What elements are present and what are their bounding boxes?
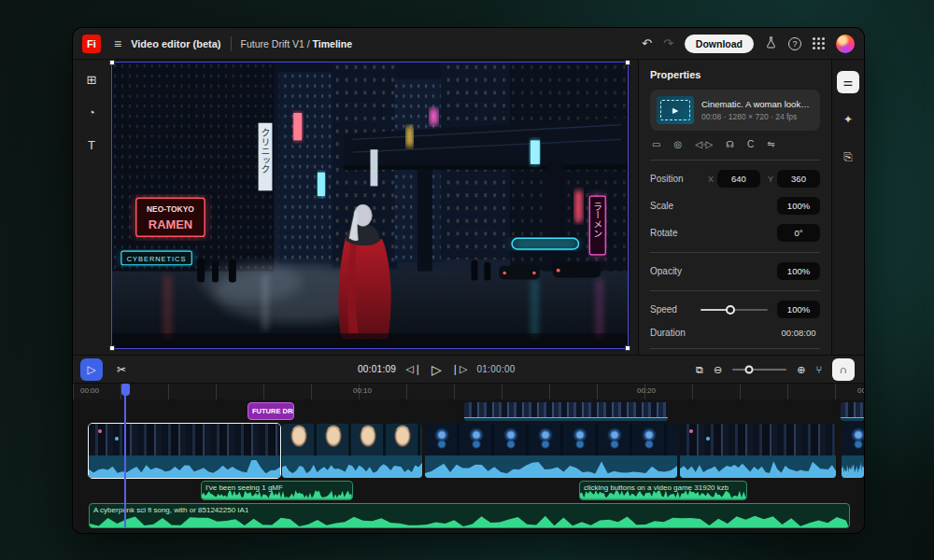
speed-field[interactable]: 100%	[777, 301, 820, 318]
text-tool-icon[interactable]: T	[88, 138, 95, 152]
title-clip[interactable]: FUTURE DRI	[248, 402, 294, 420]
play-icon: ▶	[672, 106, 678, 115]
current-time: 00:01:09	[358, 364, 396, 374]
properties-tab-icon[interactable]: ⚌	[837, 71, 859, 93]
firefly-round-logo[interactable]	[836, 35, 855, 53]
video-clip-4[interactable]	[680, 424, 836, 478]
crop-icon[interactable]: ▭	[652, 139, 660, 149]
overlay-video-clip[interactable]	[464, 402, 668, 421]
redo-icon[interactable]: ↷	[663, 37, 673, 49]
audio-track-1: I've been seeing 1 gMF clicking buttons …	[73, 481, 864, 500]
menu-icon[interactable]: ≡	[114, 36, 121, 51]
clip-name: Cinematic. A woman looks a... v.ffgenvid	[701, 99, 814, 109]
music-clip[interactable]: A cyberpunk sci fi song, with or 8512422…	[89, 503, 850, 528]
undo-icon[interactable]: ↶	[642, 37, 652, 49]
ruler-label: 00:30	[857, 386, 864, 395]
app-title: Video editor (beta)	[131, 38, 220, 49]
video-clip-1-selected[interactable]	[89, 424, 280, 478]
ruler-label: 00:10	[353, 386, 372, 395]
properties-title: Properties	[650, 69, 820, 80]
y-axis-label: Y	[768, 175, 773, 184]
duration-row: Duration 00:08:00	[650, 328, 820, 338]
play-button[interactable]: ▷	[432, 362, 442, 377]
neon-sign-cybernetics: CYBERNETICS	[121, 251, 191, 265]
overlay-track: FUTURE DRI	[73, 401, 864, 422]
speed-slider[interactable]	[700, 309, 768, 311]
add-media-icon[interactable]: ⊞	[87, 73, 97, 87]
playhead-handle[interactable]	[121, 384, 130, 396]
zoom-out-icon[interactable]: ⊖	[714, 364, 722, 376]
breadcrumb[interactable]: Future Drift V1 / Timeline	[241, 38, 352, 49]
rotate-field[interactable]: 0°	[777, 224, 820, 242]
video-clip-3[interactable]	[425, 424, 677, 478]
loop-icon[interactable]: ◎	[673, 139, 682, 149]
video-clip-2[interactable]	[282, 424, 422, 478]
position-y-field[interactable]: 360	[777, 170, 820, 188]
timeline-zoom-thumb[interactable]	[744, 366, 753, 374]
selection-handle-bottom-right[interactable]	[625, 345, 630, 351]
audio-detach-icon[interactable]: ◁◦▷	[695, 139, 713, 149]
opacity-field[interactable]: 100%	[777, 262, 820, 280]
cut-tool-icon[interactable]: ✂	[110, 358, 133, 381]
scale-label: Scale	[650, 201, 673, 211]
rotate-label: Rotate	[650, 228, 677, 238]
history-icon[interactable]: ◔	[88, 105, 95, 119]
snap-magnet-button[interactable]: ∩	[832, 358, 855, 381]
properties-panel: Properties ▶ Cinematic. A woman looks a.…	[638, 60, 831, 355]
left-toolbar: ⊞ ◔ T	[73, 60, 110, 355]
timeline-ruler[interactable]: 00:00 00:10 00:20 00:30	[73, 384, 864, 399]
sign-cybernetics-text: CYBERNETICS	[127, 255, 187, 263]
audio-clip-voice[interactable]: I've been seeing 1 gMF	[201, 481, 353, 500]
app-window: Fi ≡ Video editor (beta) Future Drift V1…	[73, 28, 864, 533]
position-x-field[interactable]: 640	[717, 170, 760, 188]
fit-timeline-icon[interactable]: ⧉	[696, 364, 703, 376]
scale-row: Scale 100%	[650, 197, 820, 215]
previous-frame-icon[interactable]: ◁❘	[405, 363, 422, 375]
help-icon[interactable]: ?	[788, 37, 801, 50]
video-canvas[interactable]: クリニック NEO-TOKYO RAMEN CYBERNETICS	[111, 62, 629, 349]
download-button[interactable]: Download	[685, 35, 754, 53]
timeline-zoom-slider[interactable]	[732, 369, 786, 371]
experiments-flask-icon[interactable]	[765, 36, 777, 50]
playhead[interactable]	[124, 384, 126, 528]
top-bar: Fi ≡ Video editor (beta) Future Drift V1…	[73, 28, 864, 60]
timeline-area[interactable]: 00:00 00:10 00:20 00:30 FUTURE DRI	[73, 384, 864, 533]
export-panel-icon[interactable]: ⎘	[837, 146, 859, 168]
x-axis-label: X	[708, 175, 714, 184]
video-clip-5-partial[interactable]	[842, 424, 864, 478]
selection-handle-bottom-left[interactable]	[109, 345, 115, 351]
select-tool-button[interactable]: ▷	[80, 358, 103, 381]
neon-sign-vertical-right: ラーメン	[589, 196, 605, 255]
duration-value: 00:08:00	[777, 328, 820, 338]
total-time: 01:00:00	[476, 364, 515, 374]
selected-clip-card[interactable]: ▶ Cinematic. A woman looks a... v.ffgenv…	[650, 90, 820, 131]
video-scene: クリニック NEO-TOKYO RAMEN CYBERNETICS	[112, 63, 628, 348]
next-frame-icon[interactable]: ❘▷	[451, 363, 468, 375]
breadcrumb-separator: /	[307, 38, 310, 49]
speed-slider-thumb[interactable]	[726, 305, 735, 315]
overlay-video-clip-partial[interactable]	[841, 402, 864, 421]
scale-field[interactable]: 100%	[777, 197, 820, 215]
zoom-in-icon[interactable]: ⊕	[797, 364, 805, 376]
selection-handle-top-right[interactable]	[625, 60, 630, 65]
flip-icon[interactable]: ⇋	[767, 139, 774, 149]
audio-clip-sfx[interactable]: clicking buttons on a video game 31920 k…	[579, 481, 747, 500]
preview-area: クリニック NEO-TOKYO RAMEN CYBERNETICS	[110, 60, 630, 351]
right-toolbar: ⚌ ✦ ⎘	[831, 60, 864, 355]
generative-edit-icon[interactable]: ✦	[837, 108, 859, 131]
refresh-icon[interactable]: C	[747, 139, 754, 149]
neon-sign-ramen: NEO-TOKYO RAMEN	[136, 198, 205, 236]
breadcrumb-page[interactable]: Timeline	[313, 38, 352, 49]
character-icon[interactable]: ☊	[726, 139, 734, 149]
speed-label: Speed	[650, 304, 677, 315]
breadcrumb-project[interactable]: Future Drift V1	[241, 38, 304, 49]
apps-grid-icon[interactable]	[813, 37, 825, 49]
transport-bar: ▷ ✂ 00:01:09 ◁❘ ▷ ❘▷ 01:00:00 ⧉ ⊖ ⊕ ⑂ ∩	[73, 355, 864, 384]
firefly-app-logo[interactable]: Fi	[82, 35, 101, 53]
ruler-label: 00:00	[80, 386, 99, 395]
selection-handle-top-left[interactable]	[109, 60, 115, 65]
main-video-track	[73, 424, 864, 478]
keyframe-icon[interactable]: ⑂	[815, 364, 822, 375]
rotate-row: Rotate 0°	[650, 224, 820, 242]
duration-label: Duration	[650, 328, 686, 338]
